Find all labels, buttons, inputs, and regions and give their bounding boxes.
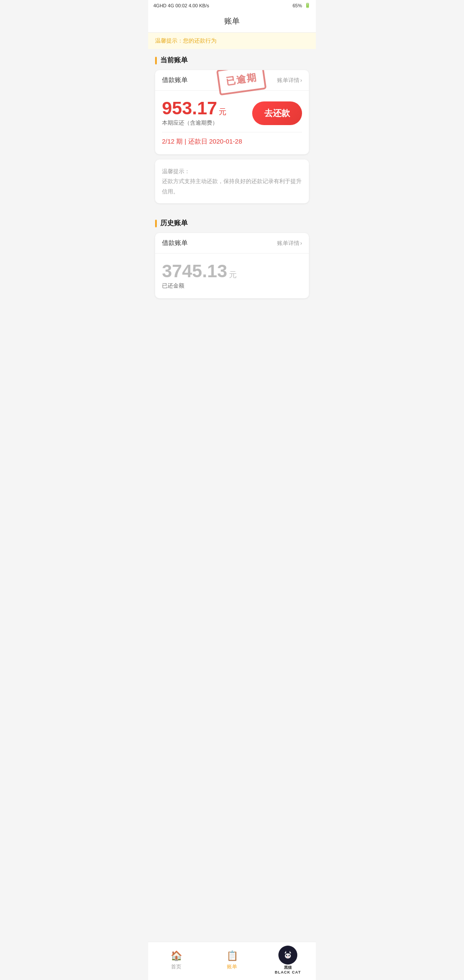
history-amount-label: 已还金额 [162,282,302,290]
current-bill-card-header: 借款账单 已逾期 账单详情 › [155,70,309,91]
current-bill-card-title: 借款账单 [162,76,188,84]
current-bill-detail-link[interactable]: 账单详情 › [277,77,302,84]
notice-bar: 温馨提示：您的还款行为 [148,33,316,49]
history-amount-value: 3745.13 [162,262,227,280]
status-right: 65% 🔋 [293,3,311,8]
history-amount-display: 3745.13 元 [162,262,302,280]
battery-icon: 🔋 [305,3,311,8]
signal-text: 4GHD 4G 00:02 4.00 KB/s [153,3,209,8]
tip-title: 温馨提示： [162,166,302,176]
repay-info: 2/12 期 | 还款日 2020-01-28 [162,138,302,146]
card-divider [162,132,302,132]
current-bill-section: 当前账单 借款账单 已逾期 账单详情 › [148,49,316,212]
notice-text: 温馨提示：您的还款行为 [155,37,217,44]
current-bill-card: 借款账单 已逾期 账单详情 › 953.17 [155,70,309,154]
current-bill-label: 当前账单 [160,56,188,65]
status-bar: 4GHD 4G 00:02 4.00 KB/s 65% 🔋 [148,0,316,11]
pay-button[interactable]: 去还款 [252,101,302,125]
chevron-right-icon-2: › [300,240,302,246]
amount-left: 953.17 元 本期应还（含逾期费） [162,99,226,127]
history-bill-card-title: 借款账单 [162,239,188,247]
page-header: 账单 [148,11,316,33]
amount-label: 本期应还（含逾期费） [162,119,226,127]
page-title: 账单 [224,17,240,25]
amount-unit: 元 [219,107,226,117]
overdue-stamp-container: 已逾期 [218,70,265,92]
title-bar-accent-2 [155,220,157,227]
tip-content: 还款方式支持主动还款，保持良好的还款记录有利于提升信用。 [162,176,302,196]
current-bill-title: 当前账单 [155,56,309,65]
amount-value: 953.17 [162,99,217,117]
amount-row: 953.17 元 本期应还（含逾期费） 去还款 [162,99,302,127]
history-bill-section: 历史账单 借款账单 账单详情 › 3745.13 元 已还金额 [148,212,316,307]
battery-text: 65% [293,3,302,8]
tip-card: 温馨提示： 还款方式支持主动还款，保持良好的还款记录有利于提升信用。 [155,159,309,203]
history-bill-card-header: 借款账单 账单详情 › [155,233,309,254]
amount-display: 953.17 元 [162,99,226,117]
history-amount-unit: 元 [229,270,237,280]
history-bill-detail-link[interactable]: 账单详情 › [277,239,302,247]
chevron-right-icon: › [300,77,302,83]
history-bill-label: 历史账单 [160,219,188,228]
status-left: 4GHD 4G 00:02 4.00 KB/s [153,3,209,8]
history-bill-title: 历史账单 [155,219,309,228]
history-bill-card: 借款账单 账单详情 › 3745.13 元 已还金额 [155,233,309,298]
title-bar-accent [155,57,157,64]
current-bill-card-body: 953.17 元 本期应还（含逾期费） 去还款 2/12 期 | 还款日 202… [155,91,309,154]
history-bill-card-body: 3745.13 元 已还金额 [155,254,309,298]
